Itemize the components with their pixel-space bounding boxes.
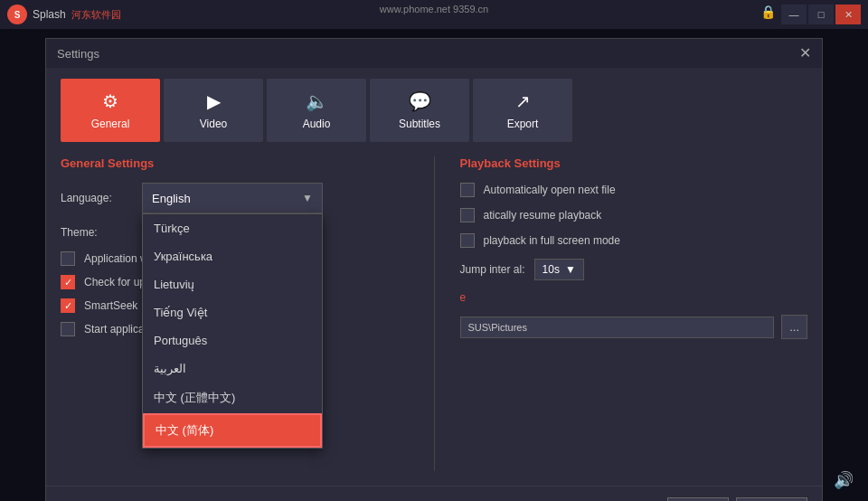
- subtitles-icon: 💬: [409, 90, 431, 112]
- lang-vietnamese[interactable]: Tiếng Việt: [143, 298, 322, 326]
- title-bar-controls: 🔒 — □ ✕: [760, 5, 861, 24]
- checkbox-smart-seek-box[interactable]: [61, 298, 75, 313]
- cancel-button[interactable]: Cancel: [736, 497, 807, 501]
- language-selected-value: English: [152, 192, 191, 205]
- auto-resume-checkbox[interactable]: [460, 208, 475, 222]
- jump-interval-value: 10s: [542, 263, 560, 276]
- auto-resume-label: atically resume playback: [484, 209, 602, 222]
- jump-interval-label: Jump inter al:: [460, 263, 525, 276]
- screenshot-folder-label: e: [460, 291, 467, 304]
- tab-export-label: Export: [507, 118, 539, 130]
- video-icon: ▶: [207, 90, 221, 112]
- right-panel: Playback Settings Automatically open nex…: [460, 156, 808, 471]
- title-bar-left: S Splash 河东软件园: [7, 5, 121, 24]
- auto-next-label: Automatically open next file: [484, 184, 616, 196]
- checkbox-fullscreen-start-box[interactable]: [61, 322, 75, 336]
- minimize-button[interactable]: —: [781, 5, 807, 24]
- audio-icon: 🔈: [306, 90, 328, 112]
- folder-path-display: SUS\Pictures: [460, 317, 775, 338]
- app-logo: S: [7, 5, 27, 24]
- language-dropdown-menu: Türkçe Українська Lietuvių Tiếng Việt Po…: [142, 213, 323, 449]
- tab-export[interactable]: ↗ Export: [473, 79, 572, 142]
- screenshot-label-row: e: [460, 291, 808, 304]
- dialog-wrapper: Settings ✕ ⚙ General ▶ Video 🔈 Audio 💬 S…: [0, 29, 868, 501]
- left-panel: General Settings Language: English ▼ Tür…: [61, 156, 409, 471]
- checkbox-always-top-box[interactable]: [61, 251, 75, 266]
- language-dropdown[interactable]: English ▼: [142, 183, 323, 213]
- tab-general-label: General: [91, 118, 130, 130]
- auto-next-checkbox[interactable]: [460, 183, 475, 197]
- app-title: Splash: [33, 8, 66, 21]
- theme-label: Theme:: [61, 226, 142, 239]
- playback-section-title: Playback Settings: [460, 156, 808, 170]
- tab-subtitles[interactable]: 💬 Subtitles: [370, 79, 469, 142]
- tab-bar: ⚙ General ▶ Video 🔈 Audio 💬 Subtitles ↗ …: [46, 68, 822, 142]
- jump-interval-row: Jump inter al: 10s ▼: [460, 259, 808, 280]
- lang-chinese-simp[interactable]: 中文 (简体): [143, 413, 322, 448]
- tab-audio[interactable]: 🔈 Audio: [267, 79, 366, 142]
- vertical-divider: [434, 156, 435, 471]
- ok-button[interactable]: OK: [667, 497, 728, 501]
- lang-turkce[interactable]: Türkçe: [143, 214, 322, 242]
- export-icon: ↗: [515, 90, 531, 112]
- fullscreen-play-label: playback in full screen mode: [484, 234, 620, 247]
- dialog-header: Settings ✕: [46, 39, 822, 68]
- tab-video-label: Video: [200, 118, 227, 130]
- lang-arabic[interactable]: العربية: [143, 354, 322, 383]
- lang-chinese-trad[interactable]: 中文 (正體中文): [143, 383, 322, 413]
- tab-video[interactable]: ▶ Video: [164, 79, 263, 142]
- maximize-button[interactable]: □: [808, 5, 834, 24]
- checkbox-smart-seek-label: SmartSeek: [84, 299, 137, 312]
- language-label: Language:: [61, 192, 142, 204]
- lang-lithuanian[interactable]: Lietuvių: [143, 270, 322, 298]
- window-close-button[interactable]: ✕: [835, 5, 861, 24]
- app-subtitle: 河东软件园: [71, 8, 121, 22]
- tab-audio-label: Audio: [303, 118, 331, 130]
- title-watermark: www.phome.net 9359.cn: [380, 4, 488, 14]
- general-section-title: General Settings: [61, 156, 409, 170]
- playback-fullscreen: playback in full screen mode: [460, 233, 808, 248]
- title-bar: S Splash 河东软件园 www.phome.net 9359.cn 🔒 —…: [0, 0, 868, 29]
- general-icon: ⚙: [102, 90, 118, 112]
- lang-portuguese[interactable]: Português: [143, 326, 322, 354]
- language-row: Language: English ▼ Türkçe Українська Li…: [61, 183, 409, 213]
- dropdown-arrow-icon: ▼: [302, 192, 313, 204]
- tab-subtitles-label: Subtitles: [399, 118, 440, 130]
- jump-dropdown-arrow: ▼: [565, 263, 576, 276]
- checkbox-check-updates-box[interactable]: [61, 275, 75, 289]
- fullscreen-play-checkbox[interactable]: [460, 233, 475, 248]
- screenshot-folder-row: SUS\Pictures ...: [460, 315, 808, 339]
- folder-browse-button[interactable]: ...: [781, 315, 807, 339]
- jump-interval-dropdown[interactable]: 10s ▼: [534, 259, 584, 280]
- lang-ukrainian[interactable]: Українська: [143, 242, 322, 270]
- lock-icon: 🔒: [760, 5, 776, 24]
- dialog-footer: OK Cancel: [46, 486, 822, 501]
- language-dropdown-wrapper: English ▼ Türkçe Українська Lietuvių Tiế…: [142, 183, 323, 213]
- tab-general[interactable]: ⚙ General: [61, 79, 160, 142]
- playback-auto-resume: atically resume playback: [460, 208, 808, 222]
- playback-auto-next: Automatically open next file: [460, 183, 808, 197]
- content-area: General Settings Language: English ▼ Tür…: [46, 142, 822, 486]
- dialog-close-button[interactable]: ✕: [799, 46, 811, 61]
- volume-icon: 🔊: [834, 470, 854, 490]
- settings-dialog: Settings ✕ ⚙ General ▶ Video 🔈 Audio 💬 S…: [45, 38, 823, 501]
- dialog-title: Settings: [57, 47, 99, 61]
